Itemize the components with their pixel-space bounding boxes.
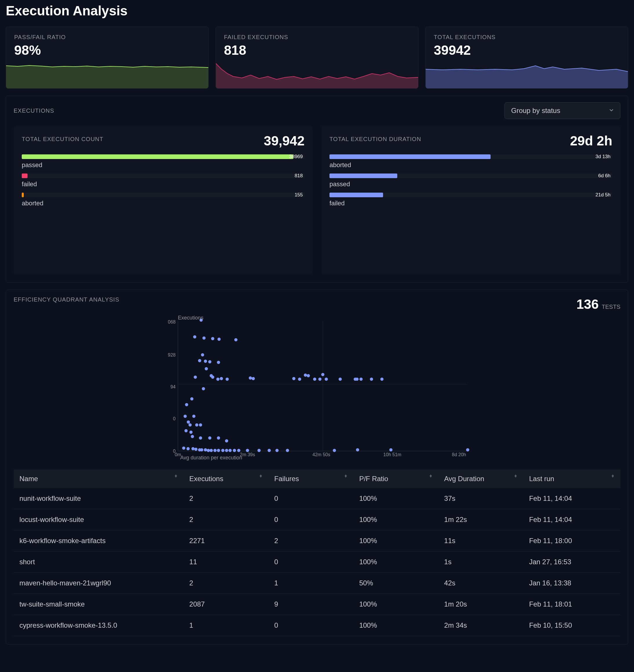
scatter-point[interactable]: [319, 378, 322, 381]
scatter-point[interactable]: [229, 449, 232, 452]
scatter-point[interactable]: [204, 360, 207, 363]
scatter-point[interactable]: [210, 449, 213, 452]
scatter-point[interactable]: [194, 376, 197, 379]
scatter-point[interactable]: [217, 361, 220, 364]
scatter-point[interactable]: [233, 449, 236, 452]
scatter-point[interactable]: [258, 449, 261, 452]
scatter-point[interactable]: [268, 449, 271, 452]
scatter-point[interactable]: [208, 436, 212, 440]
scatter-point[interactable]: [199, 424, 202, 427]
count-value: 39,942: [264, 133, 305, 149]
scatter-point[interactable]: [304, 374, 307, 377]
scatter-point[interactable]: [204, 448, 207, 452]
kpi-pass-fail[interactable]: PASS/FAIL RATIO 98%: [6, 27, 209, 89]
scatter-point[interactable]: [191, 435, 194, 438]
bar-row[interactable]: 38969 passed: [22, 154, 305, 169]
scatter-point[interactable]: [225, 449, 228, 452]
scatter-point[interactable]: [225, 439, 228, 442]
scatter-point[interactable]: [380, 378, 384, 381]
table-row[interactable]: maven-hello-maven-21wgrl90 2 1 50% 42s J…: [14, 573, 620, 594]
scatter-point[interactable]: [189, 431, 193, 434]
scatter-point[interactable]: [187, 447, 190, 450]
scatter-point[interactable]: [190, 398, 193, 401]
scatter-point[interactable]: [252, 377, 255, 380]
scatter-point[interactable]: [199, 436, 202, 440]
scatter-point[interactable]: [214, 449, 217, 452]
bar-row[interactable]: 818 failed: [22, 173, 305, 188]
scatter-point[interactable]: [390, 448, 393, 452]
scatter-point[interactable]: [466, 448, 469, 452]
scatter-point[interactable]: [246, 449, 249, 452]
scatter-point[interactable]: [234, 338, 238, 341]
scatter-point[interactable]: [359, 378, 363, 381]
scatter-point[interactable]: [370, 378, 373, 381]
kpi-failed[interactable]: FAILED EXECUTIONS 818: [216, 27, 418, 89]
scatter-point[interactable]: [298, 378, 301, 381]
scatter-point[interactable]: [217, 436, 220, 440]
column-header[interactable]: P/F Ratio▲▼: [353, 470, 439, 488]
scatter-point[interactable]: [356, 448, 359, 452]
scatter-point[interactable]: [200, 448, 204, 452]
scatter-point[interactable]: [201, 353, 204, 357]
scatter-point[interactable]: [198, 359, 202, 362]
group-by-select[interactable]: Group by status: [504, 102, 620, 119]
column-header[interactable]: Avg Duration▲▼: [439, 470, 523, 488]
table-row[interactable]: locust-workflow-suite 2 0 100% 1m 22s Fe…: [14, 509, 620, 530]
scatter-point[interactable]: [286, 449, 289, 452]
table-row[interactable]: short 11 0 100% 1s Jan 27, 16:53: [14, 552, 620, 573]
scatter-point[interactable]: [192, 415, 195, 418]
scatter-point[interactable]: [321, 373, 325, 376]
scatter-point[interactable]: [211, 337, 214, 340]
table-row[interactable]: nunit-workflow-suite 2 0 100% 37s Feb 11…: [14, 488, 620, 509]
scatter-point[interactable]: [220, 377, 223, 380]
scatter-point[interactable]: [313, 378, 316, 381]
scatter-point[interactable]: [237, 449, 240, 452]
scatter-point[interactable]: [221, 449, 225, 452]
scatter-point[interactable]: [187, 421, 190, 424]
column-header[interactable]: Name▲▼: [14, 470, 183, 488]
cell-name: nunit-workflow-suite: [14, 488, 183, 509]
bar-row[interactable]: 6d 6h passed: [329, 173, 612, 188]
scatter-point[interactable]: [185, 403, 188, 406]
scatter-plot[interactable]: Executions 0689289400 0m2m 39s42m 50s10h…: [161, 315, 473, 461]
scatter-point[interactable]: [185, 429, 188, 432]
scatter-point[interactable]: [182, 447, 185, 450]
scatter-point[interactable]: [226, 378, 229, 381]
table-row[interactable]: cypress-workflow-smoke-13.5.0 1 0 100% 2…: [14, 615, 620, 636]
scatter-point[interactable]: [189, 424, 192, 427]
column-header[interactable]: Executions▲▼: [183, 470, 268, 488]
scatter-point[interactable]: [307, 374, 310, 378]
scatter-point[interactable]: [325, 378, 328, 381]
kpi-total[interactable]: TOTAL EXECUTIONS 39942: [425, 27, 628, 89]
table-row[interactable]: tw-suite-small-smoke 2087 9 100% 1m 20s …: [14, 594, 620, 615]
scatter-point[interactable]: [333, 449, 336, 452]
scatter-point[interactable]: [193, 335, 196, 339]
scatter-point[interactable]: [203, 337, 206, 340]
scatter-point[interactable]: [184, 415, 187, 418]
scatter-point[interactable]: [339, 378, 342, 381]
bar-row[interactable]: 21d 5h failed: [329, 193, 612, 207]
scatter-point[interactable]: [194, 448, 197, 451]
bar-row[interactable]: 155 aborted: [22, 193, 305, 207]
scatter-point[interactable]: [208, 360, 212, 363]
x-tick: 8d 20h: [452, 452, 466, 457]
scatter-point[interactable]: [205, 367, 208, 370]
scatter-point[interactable]: [195, 424, 198, 427]
scatter-point[interactable]: [202, 387, 205, 390]
column-header[interactable]: Failures▲▼: [268, 470, 353, 488]
scatter-point[interactable]: [217, 449, 220, 452]
column-header[interactable]: Last run▲▼: [523, 470, 620, 488]
scatter-point[interactable]: [292, 377, 296, 380]
scatter-point[interactable]: [218, 338, 221, 341]
cell-name: locust-workflow-suite: [14, 509, 183, 530]
scatter-point[interactable]: [216, 378, 220, 381]
scatter-point[interactable]: [249, 377, 252, 380]
scatter-point[interactable]: [355, 378, 359, 381]
scatter-point[interactable]: [207, 449, 210, 452]
scatter-point[interactable]: [276, 449, 279, 452]
table-row[interactable]: k6-workflow-smoke-artifacts 2271 2 100% …: [14, 530, 620, 552]
scatter-point[interactable]: [211, 376, 214, 379]
bar-row[interactable]: 3d 13h aborted: [329, 154, 612, 169]
sort-icon: ▲▼: [259, 475, 263, 477]
scatter-point[interactable]: [191, 447, 195, 450]
